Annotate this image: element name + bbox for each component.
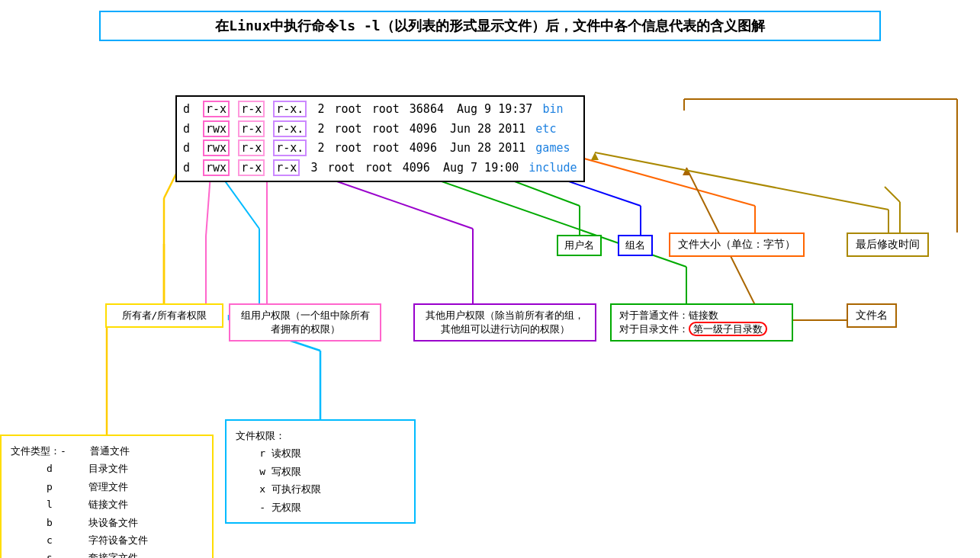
perm1-col: r-x <box>203 101 230 117</box>
svg-marker-33 <box>591 152 599 160</box>
perm3-col: r-x. <box>273 101 307 117</box>
file-row-4: d rwx r-x r-x 3 root root 4096 Aug 7 19:… <box>183 159 577 178</box>
filesize-label: 文件大小（单位：字节） <box>669 232 805 257</box>
circle-text: 第一级子目录数 <box>689 322 767 336</box>
groupperms-label: 组用户权限（一个组中除所有者拥有的权限） <box>229 303 381 342</box>
group-col: root <box>372 102 400 116</box>
owner-label: 所有者/所有者权限 <box>105 303 223 328</box>
perm2-col: r-x <box>238 101 265 117</box>
groupname-label: 组名 <box>618 235 653 256</box>
name-col: bin <box>542 102 563 116</box>
size-col: 36864 <box>410 102 444 116</box>
fileperms-legend: 文件权限： r 读权限 w 写权限 x 可执行权限 - 无权限 <box>225 419 416 524</box>
date-col: Aug 9 19:37 <box>457 102 532 116</box>
otherperms-label: 其他用户权限（除当前所有者的组，其他组可以进行访问的权限） <box>413 303 596 342</box>
svg-line-32 <box>595 152 888 210</box>
file-row-3: d rwx r-x r-x. 2 root root 4096 Jun 28 2… <box>183 139 577 159</box>
svg-marker-30 <box>683 168 690 175</box>
filetype-legend: 文件类型：- 普通文件 d 目录文件 p 管理文件 l 链接文件 b 块设备文件… <box>0 435 214 558</box>
filename-label: 文件名 <box>847 303 897 328</box>
modtime-label: 最后修改时间 <box>847 232 929 257</box>
links-col: 2 <box>317 102 324 116</box>
user-col: root <box>335 102 362 116</box>
file-row-1: d r-x r-x r-x. 2 root root 36864 Aug 9 1… <box>183 100 577 120</box>
linkcount-label: 对于普通文件：链接数 对于目录文件：第一级子目录数 <box>610 303 793 342</box>
username-label: 用户名 <box>557 235 602 256</box>
page-title: 在Linux中执行命令ls -l（以列表的形式显示文件）后，文件中各个信息代表的… <box>99 11 881 41</box>
file-row-2: d rwx r-x r-x. 2 root root 4096 Jun 28 2… <box>183 120 577 140</box>
main-container: 在Linux中执行命令ls -l（以列表的形式显示文件）后，文件中各个信息代表的… <box>0 0 980 558</box>
file-listing: d r-x r-x r-x. 2 root root 36864 Aug 9 1… <box>175 95 585 182</box>
svg-line-24 <box>885 187 900 202</box>
